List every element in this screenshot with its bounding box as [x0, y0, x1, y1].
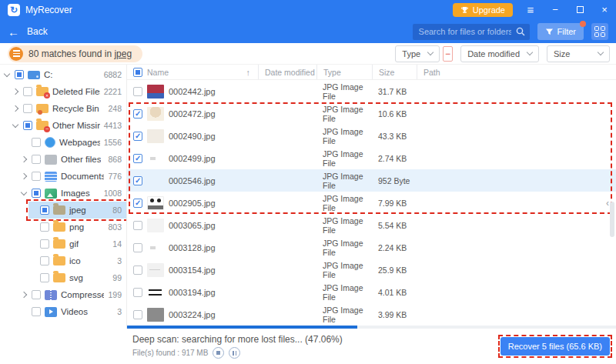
tree-checkbox[interactable] — [23, 104, 32, 113]
upgrade-button[interactable]: Upgrade — [453, 3, 513, 17]
select-all-checkbox[interactable] — [133, 68, 142, 77]
sidebar-item-ico[interactable]: ico3 — [28, 252, 126, 269]
filter-button[interactable]: Filter — [537, 23, 584, 40]
expand-icon[interactable] — [12, 106, 19, 111]
menu-icon[interactable]: ≡ — [524, 3, 537, 17]
file-checkbox[interactable] — [133, 243, 142, 252]
tree-checkbox[interactable] — [32, 155, 41, 164]
file-checkbox[interactable] — [133, 109, 142, 119]
file-name: 0003224.jpg — [169, 310, 216, 319]
vertical-scrollbar[interactable] — [610, 202, 614, 237]
sort-asc-icon[interactable]: ↑ — [246, 68, 251, 77]
view-toggle-button[interactable] — [591, 23, 608, 40]
tree-checkbox[interactable] — [40, 256, 49, 265]
file-checkbox[interactable] — [133, 310, 142, 319]
recover-button[interactable]: Recover 5 files (65.6 KB) — [500, 337, 610, 356]
sidebar-item-deleted-files[interactable]: Deleted Files2221 — [12, 83, 126, 100]
column-header-type[interactable]: Type — [316, 65, 372, 79]
file-row[interactable]: 0003065.jpgJPG Image File5.54 KB — [127, 214, 616, 236]
back-button[interactable]: ← Back — [8, 25, 48, 38]
tree-checkbox[interactable] — [40, 273, 49, 282]
file-checkbox[interactable] — [133, 176, 142, 185]
collapse-icon[interactable] — [3, 73, 11, 76]
maximize-box — [577, 6, 584, 13]
tree-checkbox[interactable] — [23, 87, 32, 96]
column-header-path[interactable]: Path — [417, 65, 616, 79]
date-modified-label: Date modified — [467, 49, 520, 58]
tree-checkbox[interactable] — [23, 121, 32, 130]
size-filter-dropdown[interactable]: Size — [547, 45, 610, 62]
file-row[interactable]: 0002546.jpgJPG Image File952 Byte — [127, 169, 616, 192]
file-row[interactable]: 0002499.jpgJPG Image File2.74 KB — [127, 147, 616, 169]
collapse-icon[interactable] — [12, 124, 19, 127]
stop-scan-button[interactable] — [213, 347, 224, 359]
pause-scan-button[interactable] — [229, 347, 240, 359]
file-checkbox[interactable] — [133, 87, 142, 96]
file-name: 0002490.jpg — [169, 132, 216, 141]
file-row[interactable]: 0002490.jpgJPG Image File43.3 KB — [127, 125, 616, 147]
sidebar-item-png[interactable]: png803 — [28, 219, 126, 235]
tree-checkbox[interactable] — [32, 189, 41, 198]
file-row[interactable]: 0002472.jpgJPG Image File10.6 KB — [127, 102, 616, 125]
tree-checkbox[interactable] — [32, 290, 41, 299]
sidebar-item-c-drive[interactable]: C:6882 — [3, 66, 126, 83]
type-filter-dropdown[interactable]: Type — [395, 45, 440, 62]
sidebar-item-count: 868 — [108, 155, 122, 164]
type-filter-remove-button[interactable]: − — [443, 46, 453, 62]
zip-icon — [45, 290, 57, 300]
tree-checkbox[interactable] — [40, 239, 49, 249]
tree-checkbox[interactable] — [15, 70, 24, 79]
doc-icon — [45, 172, 57, 182]
close-icon[interactable]: × — [598, 3, 611, 17]
file-checkbox[interactable] — [133, 221, 142, 230]
match-scope-link[interactable]: jpeg — [114, 48, 132, 59]
column-header-date-modified[interactable]: Date modified — [258, 65, 316, 79]
file-row[interactable]: 0002442.jpgJPG Image File31.7 KB — [127, 80, 616, 102]
column-header-name[interactable]: Name — [147, 68, 169, 77]
sidebar-item-documents[interactable]: Documents776 — [20, 168, 126, 185]
expand-icon[interactable] — [12, 89, 19, 94]
sidebar-item-compressed-files[interactable]: Compressed files199 — [20, 286, 126, 303]
funnel-icon — [545, 28, 554, 36]
sidebar-item-label: Other files — [61, 155, 101, 164]
file-row[interactable]: 0003194.jpgJPG Image File4.01 KB — [127, 281, 616, 303]
file-checkbox[interactable] — [133, 199, 142, 208]
folder-minus-icon — [36, 121, 49, 130]
minimize-icon[interactable]: − — [548, 3, 562, 17]
file-size-cell: 3.99 KB — [372, 303, 417, 326]
sidebar-item-images[interactable]: Images1008 — [20, 185, 126, 202]
file-row[interactable]: 0003154.jpgJPG Image File25.9 KB — [127, 259, 616, 281]
file-row[interactable]: 0002905.jpgJPG Image File7.99 KB — [127, 192, 616, 214]
sidebar-item-recycle-bin[interactable]: Recycle Bin248 — [12, 100, 126, 117]
file-size-cell: 2.74 KB — [372, 147, 417, 169]
column-header-size[interactable]: Size — [372, 65, 417, 79]
file-row[interactable]: 0003128.jpgJPG Image File2.24 KB — [127, 236, 616, 259]
file-path-cell — [417, 192, 616, 214]
expand-icon[interactable] — [20, 292, 28, 297]
tree-checkbox[interactable] — [32, 307, 41, 316]
sidebar-item-videos[interactable]: Videos3 — [20, 303, 126, 320]
sidebar-item-webpages[interactable]: Webpages1556 — [20, 134, 126, 151]
expand-icon[interactable] — [20, 157, 28, 162]
tree-checkbox[interactable] — [40, 205, 49, 215]
file-date-cell — [258, 192, 316, 214]
sidebar-item-jpeg[interactable]: jpeg80 — [28, 202, 126, 219]
file-checkbox[interactable] — [133, 132, 142, 141]
sidebar-item-svg[interactable]: svg99 — [28, 269, 126, 286]
expand-icon[interactable] — [20, 174, 28, 179]
search-input[interactable] — [413, 24, 530, 40]
collapse-panel-icon[interactable]: ‹ — [606, 198, 609, 209]
sidebar-item-other-files[interactable]: Other files868 — [20, 151, 126, 168]
tree-checkbox[interactable] — [32, 138, 41, 147]
tree-checkbox[interactable] — [32, 172, 41, 181]
sidebar-item-other-missing-files[interactable]: Other Missing Files4413 — [12, 117, 126, 134]
file-checkbox[interactable] — [133, 265, 142, 275]
maximize-icon[interactable] — [573, 3, 587, 17]
sidebar-item-gif[interactable]: gif14 — [28, 235, 126, 252]
date-modified-dropdown[interactable]: Date modified — [460, 45, 539, 62]
file-checkbox[interactable] — [133, 288, 142, 297]
file-row[interactable]: 0003224.jpgJPG Image File3.99 KB — [127, 303, 616, 326]
file-checkbox[interactable] — [133, 154, 142, 163]
collapse-icon[interactable] — [20, 192, 28, 195]
tree-checkbox[interactable] — [40, 222, 49, 232]
